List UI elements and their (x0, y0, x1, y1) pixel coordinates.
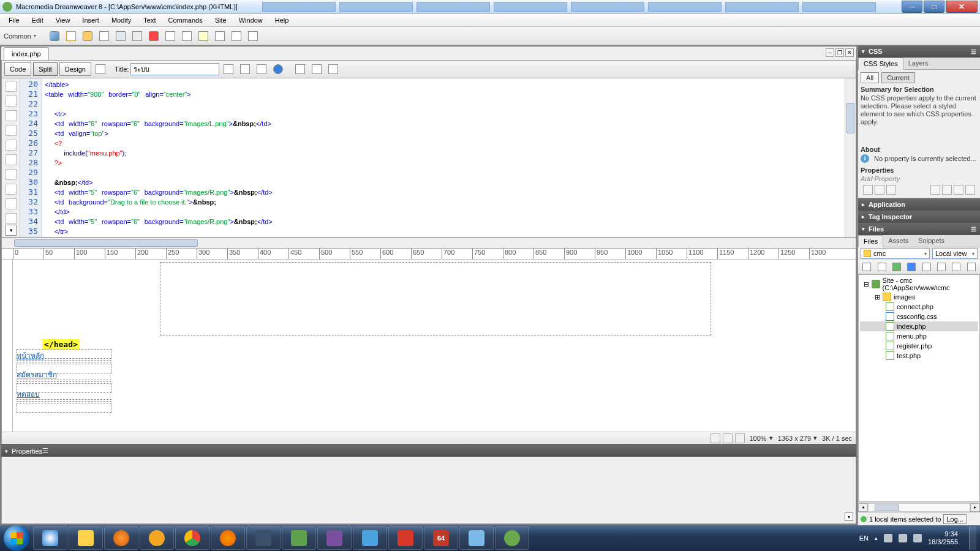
css-all-button[interactable]: All (861, 72, 879, 83)
head-tag-marker[interactable]: </head> (42, 339, 80, 350)
get-files-icon[interactable] (891, 260, 903, 274)
delete-rule-icon[interactable] (965, 185, 975, 195)
css-panel-header[interactable]: CSS☰ (858, 45, 980, 58)
split-view-button[interactable]: Split (33, 62, 57, 76)
show-category-icon[interactable] (863, 185, 873, 195)
design-view-button[interactable]: Design (59, 62, 91, 76)
code-collapse-toggle[interactable]: ▾ (6, 225, 17, 236)
task-app1[interactable] (140, 527, 174, 550)
put-files-icon[interactable] (905, 260, 918, 274)
tab-snippets[interactable]: Snippets (913, 235, 949, 247)
task-ie[interactable] (33, 527, 67, 550)
validate-icon[interactable] (238, 62, 252, 77)
tray-volume-icon[interactable] (913, 534, 922, 542)
line-numbers-icon[interactable] (6, 169, 17, 180)
task-dreamweaver[interactable] (495, 527, 529, 550)
check-browser-icon[interactable] (254, 62, 269, 77)
task-app3[interactable] (282, 527, 316, 550)
window-size[interactable]: 1363 x 279 (778, 435, 811, 442)
file-cssconfig.css[interactable]: cssconfig.css (860, 312, 978, 321)
refresh-icon[interactable] (293, 62, 307, 77)
clock[interactable]: 9:34 18/3/2555 (928, 530, 958, 546)
menu-modify[interactable]: Modify (105, 15, 137, 26)
panel-options-icon[interactable]: ☰ (42, 447, 48, 455)
task-wmp[interactable] (104, 527, 138, 550)
aero-tab[interactable] (262, 2, 336, 12)
tray-expand-icon[interactable]: ▴ (875, 535, 878, 541)
file-test.php[interactable]: test.php (860, 351, 978, 361)
file-connect.php[interactable]: connect.php (860, 302, 978, 312)
code-vscrollbar[interactable] (845, 78, 856, 237)
preview-icon[interactable] (271, 62, 285, 77)
tag-inspector-panel-header[interactable]: Tag Inspector (858, 211, 980, 223)
tab-assets[interactable]: Assets (883, 235, 913, 247)
server-debug-icon[interactable] (93, 62, 108, 77)
code-hscrollbar[interactable] (1, 238, 856, 249)
select-parent-tag-icon[interactable] (6, 140, 17, 151)
table-outline[interactable] (160, 262, 711, 335)
file-register.php[interactable]: register.php (860, 341, 978, 351)
doc-restore-button[interactable]: ❐ (835, 48, 844, 57)
email-link-icon[interactable] (64, 29, 78, 43)
doc-minimize-button[interactable]: ─ (826, 48, 834, 57)
language-indicator[interactable]: EN (859, 534, 869, 542)
image-icon[interactable] (130, 29, 145, 43)
collapse-selection-icon[interactable] (6, 110, 17, 121)
tab-css-styles[interactable]: CSS Styles (858, 58, 903, 70)
file-menu.php[interactable]: menu.php (860, 331, 978, 341)
templates-icon[interactable] (246, 29, 260, 43)
tray-flag-icon[interactable] (884, 534, 892, 542)
aero-tab[interactable] (648, 2, 722, 12)
attach-stylesheet-icon[interactable] (930, 185, 940, 195)
view-options-icon[interactable] (309, 62, 324, 77)
view-dropdown[interactable]: Local view (932, 248, 978, 259)
zoom-dropdown-icon[interactable]: ▾ (769, 434, 773, 442)
doc-close-button[interactable]: ✕ (845, 48, 854, 57)
files-panel-header[interactable]: Files☰ (858, 223, 980, 235)
task-app6[interactable] (388, 527, 423, 550)
auto-indent-icon[interactable] (6, 213, 17, 224)
aero-tab[interactable] (571, 2, 644, 12)
show-list-icon[interactable] (875, 185, 884, 195)
named-anchor-icon[interactable] (80, 29, 95, 43)
visual-aids-icon[interactable] (326, 62, 341, 77)
zoom-level[interactable]: 100% (750, 435, 767, 442)
task-msn[interactable] (459, 527, 494, 550)
menu-link-register[interactable]: สมัครสมาชิก (17, 369, 57, 380)
task-app5[interactable] (353, 527, 387, 550)
properties-expand-icon[interactable]: ▾ (845, 512, 853, 521)
sync-icon[interactable] (950, 260, 962, 274)
tab-layers[interactable]: Layers (903, 58, 933, 69)
menu-commands[interactable]: Commands (162, 15, 208, 26)
minimize-button[interactable]: ─ (902, 1, 922, 13)
collapse-full-tag-icon[interactable] (6, 96, 17, 107)
head-icon[interactable] (213, 29, 227, 43)
aero-tab[interactable] (494, 2, 567, 12)
file-images[interactable]: ⊞ images (860, 292, 978, 302)
aero-tab[interactable] (417, 2, 490, 12)
open-documents-icon[interactable] (6, 81, 17, 92)
task-chrome[interactable] (175, 527, 209, 550)
size-dropdown-icon[interactable]: ▾ (813, 434, 817, 442)
task-app2[interactable] (246, 527, 281, 550)
file-tree[interactable]: ⊟ Site - cmc (C:\AppServ\www\cmc⊞ images… (858, 274, 980, 502)
comment-icon[interactable] (196, 29, 211, 43)
media-icon[interactable] (146, 29, 161, 43)
design-canvas[interactable]: </head> หน้าหลัก สมัครสมาชิก ทดสอบ (13, 260, 856, 432)
hand-tool-icon[interactable] (723, 433, 733, 443)
page-title-input[interactable] (130, 63, 219, 75)
connect-icon[interactable] (861, 260, 873, 274)
log-button[interactable]: Log... (943, 514, 967, 524)
menu-insert[interactable]: Insert (76, 15, 105, 26)
checkin-icon[interactable] (935, 260, 948, 274)
server-include-icon[interactable] (179, 29, 194, 43)
no-browser-check-icon[interactable] (221, 62, 236, 77)
code-editor[interactable]: </table> <table width="900" border="0" a… (42, 78, 845, 237)
start-button[interactable] (4, 525, 29, 551)
select-tool-icon[interactable] (710, 433, 720, 443)
menu-help[interactable]: Help (269, 15, 295, 26)
show-desktop-button[interactable] (969, 527, 976, 550)
document-tab-index[interactable]: index.php (4, 47, 49, 60)
application-panel-header[interactable]: Application (858, 198, 980, 211)
aero-tab[interactable] (725, 2, 799, 12)
